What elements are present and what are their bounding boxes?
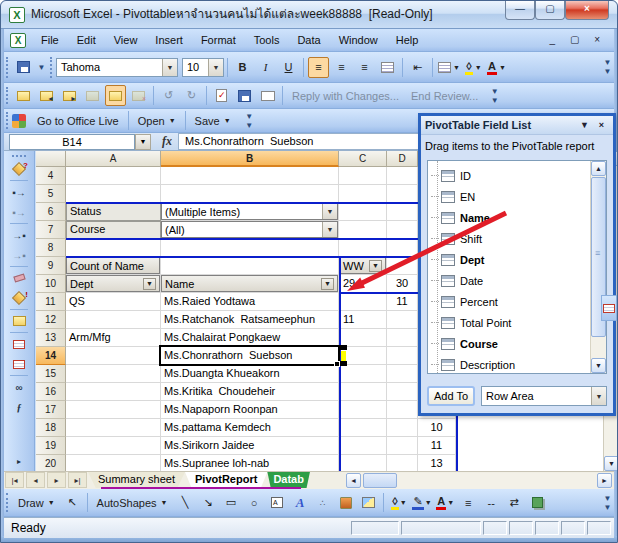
wordart-button[interactable]: A	[289, 492, 310, 513]
toolbar-grip[interactable]	[6, 57, 9, 78]
field-item-en[interactable]: EN	[431, 186, 475, 207]
update-file-button[interactable]: ✓	[211, 85, 232, 106]
field-item-description[interactable]: Description	[431, 354, 515, 374]
insert-function-button[interactable]: ƒ	[7, 397, 31, 417]
edit-watch-button[interactable]	[7, 354, 31, 374]
pivot-page-field-label[interactable]: Course	[66, 221, 161, 239]
row-header[interactable]: 10	[36, 275, 66, 293]
remove-dependent-arrows-button[interactable]: →▪	[7, 245, 31, 265]
panel-close-button[interactable]: ×	[594, 118, 609, 132]
row-header[interactable]: 7	[36, 221, 66, 239]
save-version-button[interactable]	[234, 85, 255, 106]
remove-all-arrows-button[interactable]	[7, 268, 31, 288]
tab-database[interactable]: Datab	[267, 472, 310, 488]
field-item-id[interactable]: ID	[431, 165, 471, 186]
value-cell[interactable]: 10	[418, 419, 456, 437]
line-style-button[interactable]: ≡	[458, 492, 479, 513]
column-header-a[interactable]: A	[66, 151, 161, 167]
row-header[interactable]: 8	[36, 239, 66, 257]
open-button[interactable]: Open▼	[133, 110, 181, 131]
dropdown-arrow-icon[interactable]: ▼	[143, 278, 156, 290]
maximize-button[interactable]: ▢	[535, 1, 565, 20]
next-sheet-button[interactable]: ▸	[47, 472, 66, 488]
field-item-percent[interactable]: Percent	[431, 291, 498, 312]
rectangle-button[interactable]: ▭	[220, 492, 241, 513]
field-item-shift[interactable]: Shift	[431, 228, 482, 249]
pivottable-toolbar-button[interactable]	[601, 295, 617, 321]
row-header[interactable]: 4	[36, 167, 66, 185]
bold-button[interactable]: B	[232, 57, 253, 78]
row-header-selected[interactable]: 14	[36, 347, 66, 365]
dropdown-arrow-icon[interactable]: ▼	[321, 278, 334, 290]
trace-error-button[interactable]: ?	[7, 159, 31, 179]
horizontal-scrollbar[interactable]: ◄ ►	[346, 473, 612, 489]
show-ink-button[interactable]: ↺	[158, 85, 179, 106]
delete-comment-button[interactable]: ×	[128, 85, 149, 106]
clip-art-button[interactable]	[335, 492, 356, 513]
dash-style-button[interactable]: --	[481, 492, 502, 513]
panel-title-bar[interactable]: PivotTable Field List ▼ ×	[421, 116, 613, 135]
underline-button[interactable]: U	[278, 57, 299, 78]
toolbar-overflow-chevron[interactable]: ▼▼	[601, 52, 614, 82]
row-header[interactable]: 12	[36, 311, 66, 329]
new-comment-button[interactable]	[7, 311, 31, 331]
dropdown-arrow-icon[interactable]: ▼	[369, 260, 382, 272]
selected-cell-b14[interactable]: Ms.Chonrathorn Suebson	[159, 345, 340, 366]
shadow-style-button[interactable]	[527, 492, 548, 513]
fill-handle[interactable]	[334, 361, 340, 367]
menu-view[interactable]: View	[105, 29, 147, 51]
autoshapes-menu-button[interactable]: AutoShapes▼	[92, 492, 173, 513]
oval-button[interactable]: ○	[243, 492, 264, 513]
column-header-d[interactable]: D	[387, 151, 418, 167]
toolbar-overflow[interactable]: ▸	[7, 451, 31, 471]
row-header[interactable]: 6	[36, 203, 66, 221]
dropdown-arrow-icon[interactable]: ▼	[208, 59, 223, 76]
field-item-course[interactable]: Course	[431, 333, 498, 354]
field-item-name[interactable]: Name	[431, 207, 490, 228]
fill-color-button[interactable]: ◊▼	[463, 57, 484, 78]
go-to-office-live-button[interactable]: Go to Office Live	[32, 110, 124, 131]
title-bar[interactable]: X Microsoft Excel - Pivottableหาจำนวนคนไ…	[1, 1, 617, 29]
dropdown-arrow-icon[interactable]: ▼	[162, 59, 177, 76]
value-cell[interactable]: 11	[418, 437, 456, 455]
dept-cell[interactable]: QS	[66, 293, 161, 311]
name-cell[interactable]: Ms.Raied Yodtawa	[161, 293, 339, 311]
menu-tools[interactable]: Tools	[245, 29, 289, 51]
menu-format[interactable]: Format	[192, 29, 245, 51]
name-cell[interactable]: Ms.Ratchanok Ratsameephun	[161, 311, 339, 329]
end-review-button[interactable]: End Review...	[406, 85, 483, 106]
merge-center-button[interactable]	[377, 57, 398, 78]
line-color-button[interactable]: ✎▼	[411, 492, 432, 513]
menu-help[interactable]: Help	[387, 29, 428, 51]
row-header[interactable]: 13	[36, 329, 66, 347]
toolbar-grip[interactable]	[50, 57, 53, 78]
delete-ink-button[interactable]: ↻	[181, 85, 202, 106]
value-cell[interactable]: 11	[339, 311, 387, 329]
show-comment-button[interactable]	[82, 85, 103, 106]
week-header-cell[interactable]: 29	[339, 275, 387, 293]
reply-with-changes-button[interactable]: Reply with Changes...	[287, 85, 404, 106]
workbook-window-controls[interactable]: _ ▢ ×	[550, 29, 606, 51]
dept-cell[interactable]: Arm/Mfg	[66, 329, 161, 347]
row-header[interactable]: 19	[36, 437, 66, 455]
add-to-button[interactable]: Add To	[427, 386, 475, 406]
toolbar-grip[interactable]	[6, 87, 9, 105]
font-color-button[interactable]: A▼	[486, 57, 507, 78]
remove-precedent-arrows-button[interactable]: ▪→	[7, 202, 31, 222]
close-button[interactable]: ×	[565, 1, 609, 20]
insert-picture-button[interactable]	[358, 492, 379, 513]
trace-precedents-button[interactable]: ▪→	[7, 182, 31, 202]
row-header[interactable]: 16	[36, 383, 66, 401]
row-header[interactable]: 18	[36, 419, 66, 437]
scroll-down-button[interactable]: ▼	[591, 358, 606, 373]
new-comment-button[interactable]	[13, 85, 34, 106]
name-cell[interactable]: Ms.pattama Kemdech	[161, 419, 339, 437]
menu-window[interactable]: Window	[330, 29, 387, 51]
field-item-total-point[interactable]: Total Point	[431, 312, 511, 333]
course-filter-dropdown[interactable]: (All)▼	[161, 221, 338, 238]
next-comment-button[interactable]: ►	[59, 85, 80, 106]
name-cell[interactable]: Ms.Duangta Khueakorn	[161, 365, 339, 383]
arrow-button[interactable]: ↘	[197, 492, 218, 513]
borders-button[interactable]: ▼	[437, 57, 461, 78]
arrow-style-button[interactable]: ⇄	[504, 492, 525, 513]
